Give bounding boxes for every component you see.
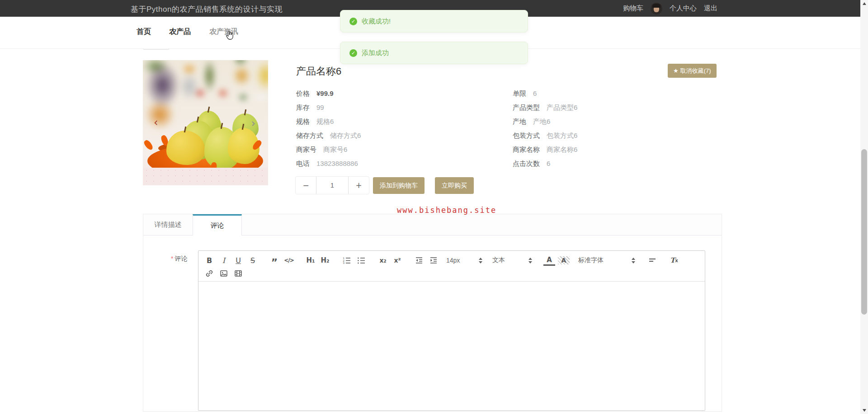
indent-button[interactable]	[428, 255, 439, 265]
field-row: 产品类型 产品类型6	[513, 104, 577, 113]
detail-tabs-card: 详情描述 评论 *评论 B I U S ” </> H₁ H₂	[143, 214, 722, 412]
updown-arrows-icon	[632, 258, 635, 263]
field-value: 储存方式6	[330, 132, 361, 141]
underline-button[interactable]: U	[232, 255, 244, 266]
header2-button[interactable]: H₂	[319, 255, 331, 266]
add-to-cart-button[interactable]: 添加到购物车	[373, 177, 425, 194]
field-value: 规格6	[316, 118, 334, 127]
star-icon: ★	[673, 67, 679, 74]
header1-button[interactable]: H₁	[305, 255, 316, 266]
tab-bar: 详情描述 评论	[143, 214, 722, 235]
cart-link[interactable]: 购物车	[623, 4, 643, 13]
app-title: 基于Python的农产品销售系统的设计与实现	[131, 4, 283, 14]
field-label: 商家号	[296, 146, 316, 155]
superscript-button[interactable]: x²	[392, 255, 403, 266]
unordered-list-button[interactable]	[356, 255, 367, 265]
outdent-button[interactable]	[414, 255, 425, 265]
video-button[interactable]	[233, 268, 244, 278]
font-family-select[interactable]: 标准字体	[576, 255, 638, 266]
toast-favorite-success: ✓ 收藏成功!	[340, 10, 528, 33]
field-label: 库存	[296, 104, 310, 113]
editor-content[interactable]	[198, 282, 705, 412]
field-row: 储存方式 储存方式6	[296, 132, 361, 141]
field-row: 电话 13823888886	[296, 160, 358, 169]
subscript-button[interactable]: x₂	[377, 255, 389, 266]
rich-text-editor: B I U S ” </> H₁ H₂ 1 2 3	[198, 250, 705, 411]
logout-link[interactable]: 退出	[704, 4, 717, 13]
field-label: 产品类型	[513, 104, 540, 113]
italic-button[interactable]: I	[218, 255, 230, 266]
success-check-icon: ✓	[349, 49, 357, 57]
toast-text: 添加成功	[362, 49, 389, 57]
watermark-text: www.bishebang.site	[397, 206, 496, 215]
font-size-value: 14px	[446, 257, 460, 264]
font-family-value: 标准字体	[578, 256, 604, 264]
unfavorite-button[interactable]: ★ 取消收藏(7)	[668, 64, 717, 78]
field-label: 点击次数	[513, 160, 540, 169]
quantity-increase-button[interactable]: +	[349, 177, 369, 194]
updown-arrows-icon	[479, 258, 482, 263]
nav-tab-home[interactable]: 首页	[137, 27, 151, 37]
unfavorite-label: 取消收藏(7)	[680, 67, 711, 75]
field-label: 商家名称	[513, 146, 540, 155]
strikethrough-button[interactable]: S	[247, 255, 259, 266]
toast-add-success: ✓ 添加成功	[340, 42, 528, 64]
avatar[interactable]	[651, 3, 662, 14]
field-row: 商家名称 商家名称6	[513, 146, 577, 155]
photo-tablecloth	[143, 168, 268, 185]
carousel-next-button[interactable]: ›	[251, 118, 255, 129]
svg-text:3: 3	[343, 262, 345, 264]
paragraph-value: 文本	[492, 256, 505, 264]
field-value: 产地6	[533, 118, 550, 127]
nav-tab-products[interactable]: 农产品	[169, 27, 191, 37]
clear-format-x: x	[675, 258, 678, 263]
field-label: 产地	[513, 118, 526, 127]
field-label: 电话	[296, 160, 310, 169]
success-check-icon: ✓	[349, 18, 357, 25]
field-row: 商家号 商家号6	[296, 146, 347, 155]
bold-button[interactable]: B	[203, 255, 215, 266]
field-row: 规格 规格6	[296, 118, 334, 127]
field-label: 储存方式	[296, 132, 323, 141]
background-color-button[interactable]: A	[558, 256, 570, 264]
font-size-select[interactable]: 14px	[443, 255, 485, 266]
clear-format-T: T	[670, 256, 675, 264]
link-button[interactable]	[204, 268, 215, 278]
field-value: 6	[533, 89, 537, 99]
field-value: 商家名称6	[547, 146, 577, 155]
text-color-button[interactable]: A	[543, 255, 555, 266]
paragraph-type-select[interactable]: 文本	[490, 255, 535, 266]
scrollbar-thumb[interactable]	[861, 149, 867, 315]
field-row: 点击次数 6	[513, 160, 550, 169]
code-block-button[interactable]: </>	[283, 255, 295, 266]
field-label: 包装方式	[513, 132, 540, 141]
product-title: 产品名称6	[296, 65, 341, 78]
field-value: 商家号6	[323, 146, 347, 155]
field-value: 99	[316, 104, 324, 113]
align-button[interactable]	[647, 255, 658, 265]
product-photo-carousel: ‹ ›	[143, 60, 268, 185]
field-value: 6	[547, 160, 550, 169]
tab-detail-description[interactable]: 详情描述	[143, 214, 193, 235]
quantity-input[interactable]	[316, 177, 348, 194]
editor-toolbar: B I U S ” </> H₁ H₂ 1 2 3	[198, 251, 705, 282]
tab-comments[interactable]: 评论	[193, 214, 242, 235]
mouse-cursor-icon	[225, 30, 235, 42]
clear-format-button[interactable]: Tx	[668, 255, 680, 266]
blockquote-button[interactable]: ”	[269, 255, 280, 266]
ordered-list-button[interactable]: 1 2 3	[341, 255, 352, 265]
image-button[interactable]	[218, 268, 229, 278]
profile-link[interactable]: 个人中心	[670, 4, 697, 13]
field-value: 13823888886	[316, 160, 358, 169]
field-row: 单限 6	[513, 89, 537, 99]
field-value: 产品类型6	[547, 104, 577, 113]
scroll-down-button[interactable]	[860, 407, 868, 414]
quantity-decrease-button[interactable]: −	[296, 177, 316, 194]
updown-arrows-icon	[528, 258, 532, 263]
scrollbar-track[interactable]	[860, 0, 868, 414]
carousel-prev-button[interactable]: ‹	[154, 117, 158, 128]
comment-label-text: 评论	[175, 255, 187, 262]
buy-now-button[interactable]: 立即购买	[435, 177, 474, 194]
quantity-stepper: − +	[295, 176, 369, 194]
scroll-up-button[interactable]	[860, 0, 868, 7]
